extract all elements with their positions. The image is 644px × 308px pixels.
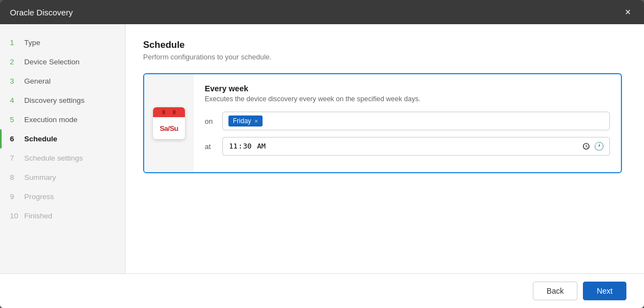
page-subtitle: Perform configurations to your schedule. — [143, 53, 626, 61]
sidebar-item-device-selection[interactable]: 2 Device Selection — [0, 52, 125, 72]
close-button[interactable]: × — [621, 5, 634, 19]
schedule-card: Sa/Su Every week Executes the device dis… — [143, 73, 622, 173]
next-button[interactable]: Next — [583, 282, 626, 300]
schedule-card-desc: Executes the device discovery every week… — [205, 95, 610, 103]
on-field-row: on Friday × — [205, 112, 610, 130]
sidebar-item-progress[interactable]: 9 Progress — [0, 187, 125, 206]
sidebar: 1 Type 2 Device Selection 3 General 4 Di… — [0, 24, 125, 273]
calendar-bottom: Sa/Su — [153, 117, 185, 139]
schedule-card-body: Every week Executes the device discovery… — [194, 74, 621, 172]
schedule-card-title: Every week — [205, 84, 610, 93]
sidebar-item-finished[interactable]: 10 Finished — [0, 206, 125, 226]
sidebar-label-type: Type — [24, 38, 40, 47]
sidebar-label-finished: Finished — [24, 212, 52, 220]
step-num-3: 3 — [10, 77, 19, 85]
sidebar-item-schedule-settings[interactable]: 7 Schedule settings — [0, 148, 125, 168]
modal-footer: Back Next — [0, 273, 644, 308]
step-num-1: 1 — [10, 38, 19, 47]
sidebar-item-type[interactable]: 1 Type — [0, 33, 125, 52]
tag-close-icon[interactable]: × — [254, 118, 258, 124]
step-num-8: 8 — [10, 173, 19, 182]
at-label: at — [205, 142, 222, 151]
on-field-input[interactable]: Friday × — [222, 112, 610, 130]
sidebar-label-schedule: Schedule — [24, 135, 57, 143]
step-num-5: 5 — [10, 116, 19, 124]
calendar-top — [153, 107, 185, 117]
page-title: Schedule — [143, 40, 626, 51]
friday-tag[interactable]: Friday × — [228, 116, 263, 127]
step-num-9: 9 — [10, 193, 19, 201]
on-label: on — [205, 117, 222, 125]
sidebar-label-discovery-settings: Discovery settings — [24, 96, 85, 105]
oracle-discovery-modal: Oracle Discovery × 1 Type 2 Device Selec… — [0, 0, 644, 308]
step-num-10: 10 — [10, 212, 19, 220]
sidebar-item-general[interactable]: 3 General — [0, 72, 125, 91]
step-num-2: 2 — [10, 58, 19, 66]
main-content: Schedule Perform configurations to your … — [125, 24, 644, 273]
schedule-card-icon-area: Sa/Su — [144, 74, 194, 172]
step-num-7: 7 — [10, 154, 19, 162]
sidebar-item-discovery-settings[interactable]: 4 Discovery settings — [0, 91, 125, 110]
tag-label: Friday — [233, 117, 251, 125]
sidebar-item-execution-mode[interactable]: 5 Execution mode — [0, 110, 125, 129]
time-input[interactable] — [222, 137, 610, 156]
modal-header: Oracle Discovery × — [0, 0, 644, 24]
sidebar-label-progress: Progress — [24, 193, 54, 201]
step-num-4: 4 — [10, 96, 19, 105]
back-button[interactable]: Back — [533, 282, 577, 300]
sidebar-item-schedule[interactable]: 6 Schedule — [0, 129, 125, 148]
sidebar-label-general: General — [24, 77, 51, 85]
step-num-6: 6 — [10, 135, 19, 143]
time-input-wrap: 🕐 — [222, 137, 610, 156]
sidebar-item-summary[interactable]: 8 Summary — [0, 168, 125, 187]
sidebar-label-execution-mode: Execution mode — [24, 116, 78, 124]
modal-body: 1 Type 2 Device Selection 3 General 4 Di… — [0, 24, 644, 273]
sidebar-label-summary: Summary — [24, 173, 56, 182]
modal-title: Oracle Discovery — [10, 8, 73, 17]
sidebar-label-schedule-settings: Schedule settings — [24, 154, 83, 162]
sidebar-label-device-selection: Device Selection — [24, 58, 80, 66]
at-field-row: at 🕐 — [205, 137, 610, 156]
calendar-icon: Sa/Su — [153, 107, 185, 139]
